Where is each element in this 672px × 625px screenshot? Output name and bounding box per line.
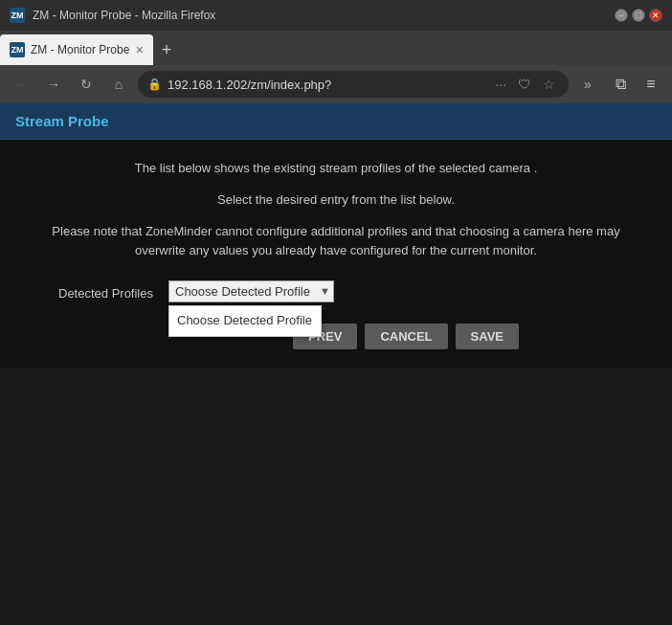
info-line1: The list below shows the existing stream… <box>29 159 643 179</box>
titlebar: ZM ZM - Monitor Probe - Mozilla Firefox … <box>0 0 672 31</box>
info-line2: Select the desired entry from the list b… <box>29 190 643 211</box>
more-options-icon[interactable]: ··· <box>491 73 510 96</box>
back-button[interactable]: ← <box>8 71 34 98</box>
nav-right-icons: ⧉ ≡ <box>607 71 664 98</box>
close-button[interactable]: ✕ <box>649 9 662 22</box>
detected-profiles-row: Detected Profiles Choose Detected Profil… <box>29 280 643 304</box>
address-bar[interactable]: 🔒 192.168.1.202/zm/index.php? ··· 🛡 ☆ <box>138 71 569 98</box>
menu-button[interactable]: ≡ <box>638 71 664 98</box>
cancel-button[interactable]: CANCEL <box>365 324 447 349</box>
profile-dropdown-menu[interactable]: Choose Detected Profile <box>168 305 322 337</box>
stream-probe-title: Stream Probe <box>15 113 109 129</box>
save-button[interactable]: SAVE <box>456 324 519 349</box>
lock-icon: 🔒 <box>147 78 162 91</box>
detected-profiles-label: Detected Profiles <box>29 280 153 304</box>
buttons-row: PREV CANCEL SAVE <box>29 324 643 349</box>
overflow-button[interactable]: » <box>574 71 601 98</box>
tabbar: ZM ZM - Monitor Probe × + <box>0 31 672 65</box>
stream-probe-header: Stream Probe <box>0 103 672 140</box>
new-tab-button[interactable]: + <box>153 34 180 65</box>
tab-favicon: ZM <box>10 42 25 57</box>
forward-button[interactable]: → <box>40 71 67 98</box>
profile-select[interactable]: Choose Detected Profile <box>168 280 334 302</box>
titlebar-title: ZM - Monitor Probe - Mozilla Firefox <box>33 9 607 22</box>
url-text: 192.168.1.202/zm/index.php? <box>168 78 485 92</box>
maximize-button[interactable]: □ <box>632 9 645 22</box>
tab-label: ZM - Monitor Probe <box>31 43 130 56</box>
nav-extra-icons: ··· 🛡 ☆ <box>491 73 559 96</box>
warning-text: Please note that ZoneMinder cannot confi… <box>29 222 643 262</box>
shield-icon: 🛡 <box>514 73 535 96</box>
profile-select-wrapper: Choose Detected Profile ▼ Choose Detecte… <box>168 280 334 302</box>
active-tab[interactable]: ZM ZM - Monitor Probe × <box>0 34 153 65</box>
refresh-button[interactable]: ↻ <box>73 71 100 98</box>
main-content: Stream Probe The list below shows the ex… <box>0 103 672 625</box>
tab-close-button[interactable]: × <box>136 43 144 56</box>
navbar: ← → ↻ ⌂ 🔒 192.168.1.202/zm/index.php? ··… <box>0 65 672 103</box>
window-controls: – □ ✕ <box>615 9 662 22</box>
titlebar-favicon: ZM <box>10 8 25 23</box>
home-button[interactable]: ⌂ <box>105 71 132 98</box>
extensions-button[interactable]: ⧉ <box>607 71 634 98</box>
dropdown-item-choose[interactable]: Choose Detected Profile <box>169 306 321 336</box>
minimize-button[interactable]: – <box>615 9 628 22</box>
bookmark-icon[interactable]: ☆ <box>539 73 559 96</box>
content-body: The list below shows the existing stream… <box>0 140 672 368</box>
